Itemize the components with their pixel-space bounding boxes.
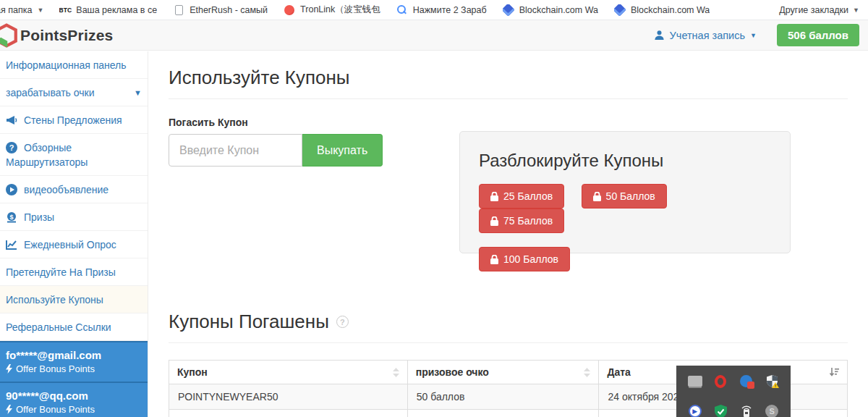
sidebar-item-prizes[interactable]: $ Призы	[0, 203, 148, 231]
bookmark-item[interactable]: EtherRush - самый	[173, 4, 268, 16]
sidebar-item-referral-links[interactable]: Реферальные Ссылки	[0, 313, 148, 341]
redeem-label: Погасить Купон	[169, 117, 848, 128]
brand-name: PointsPrizes	[20, 27, 113, 44]
blockchain-favicon	[503, 4, 514, 16]
sidebar-item-label: Маршрутизаторы	[6, 156, 88, 168]
bonus-account-card[interactable]: fo*****@gmail.com Offer Bonus Points	[0, 341, 148, 382]
sidebar-item-claim-prizes[interactable]: Претендуйте На Призы	[0, 258, 148, 286]
other-bookmarks-button[interactable]: Другие закладки ▼	[779, 5, 859, 15]
opera-icon[interactable]	[712, 374, 728, 389]
magnifier-favicon	[396, 4, 408, 16]
column-header-coupon[interactable]: Купон	[169, 361, 408, 384]
account-label: Учетная запись	[670, 30, 745, 41]
pointsprizes-hexagon-icon	[0, 23, 19, 48]
page-title: Используйте Купоны	[169, 67, 848, 99]
unlock-25-button[interactable]: 25 Баллов	[479, 184, 564, 208]
unlock-50-button[interactable]: 50 Баллов	[582, 184, 667, 208]
skype-icon[interactable]: S	[764, 403, 780, 417]
svg-text:!: !	[775, 384, 776, 388]
points-cell: 25 баллов	[407, 410, 599, 417]
question-circle-icon: ?	[6, 142, 17, 153]
lightning-icon	[6, 364, 12, 374]
antivirus-shield-icon[interactable]	[712, 403, 728, 417]
bookmarks-bar: ая папка ▼ BTC Ваша реклама в се EtherRu…	[0, 0, 868, 20]
bookmark-label: Blockchain.com Wa	[519, 5, 598, 15]
lock-icon	[490, 255, 498, 264]
column-header-points[interactable]: призовое очко	[407, 361, 599, 384]
coupon-input[interactable]	[169, 134, 302, 167]
account-note: Offer Bonus Points	[16, 363, 95, 374]
bonus-account-card[interactable]: 90*****@qq.com Offer Bonus Points	[0, 382, 148, 417]
device-icon[interactable]	[739, 403, 754, 417]
svg-text:?: ?	[9, 143, 14, 152]
bookmark-item[interactable]: Blockchain.com Wa	[614, 4, 710, 16]
defender-warning-icon[interactable]: !	[764, 374, 780, 389]
points-badge[interactable]: 506 баллов	[777, 24, 859, 46]
chevron-down-icon: ▼	[134, 88, 142, 97]
sidebar-item-label: зарабатывать очки	[6, 87, 95, 98]
redeem-button[interactable]: Выкупать	[302, 134, 383, 167]
help-icon[interactable]: ?	[336, 316, 349, 328]
sort-both-icon	[393, 368, 399, 377]
monitor-icon[interactable]	[687, 374, 703, 389]
blockchain-favicon	[614, 4, 626, 16]
tronlink-favicon	[284, 4, 295, 16]
sidebar-item-dashboard[interactable]: Информационная панель	[0, 51, 148, 79]
account-menu[interactable]: Учетная запись ▼	[654, 30, 757, 41]
bookmark-item[interactable]: Нажмите 2 Зараб	[396, 4, 487, 16]
account-email: 90*****@qq.com	[6, 389, 142, 402]
lock-icon	[490, 192, 498, 201]
other-bookmarks-label: Другие закладки	[779, 5, 848, 15]
coupon-cell: POINTYNEWYEAR50	[169, 384, 408, 410]
account-email: fo*****@gmail.com	[6, 349, 142, 361]
site-header: PointsPrizes Учетная запись ▼ 506 баллов	[0, 20, 868, 51]
bookmark-label: Ваша реклама в се	[76, 5, 157, 15]
sidebar-item-label: Претендуйте На Призы	[6, 266, 116, 278]
sidebar: Информационная панель зарабатывать очки …	[0, 51, 148, 417]
sidebar-item-daily-poll[interactable]: Ежедневный Опрос	[0, 231, 148, 258]
bookmark-label: Нажмите 2 Зараб	[413, 5, 487, 15]
sort-desc-icon	[830, 368, 839, 377]
brand-logo[interactable]: PointsPrizes	[0, 23, 113, 48]
unlock-75-button[interactable]: 75 Баллов	[479, 208, 564, 233]
sidebar-item-label: Реферальные Ссылки	[6, 321, 111, 333]
bookmark-label: ая папка	[0, 5, 32, 15]
sidebar-item-survey-routers[interactable]: ? Обзорные Маршрутизаторы	[0, 134, 148, 176]
unlock-100-button[interactable]: 100 Баллов	[479, 247, 570, 271]
app-badge-icon[interactable]	[739, 374, 754, 389]
btc-favicon: BTC	[59, 4, 71, 16]
sidebar-item-earn-points[interactable]: зарабатывать очки ▼	[0, 79, 148, 106]
account-note: Offer Bonus Points	[16, 404, 95, 415]
bookmark-folder[interactable]: ая папка ▼	[0, 5, 43, 15]
chevron-down-icon: ▼	[750, 32, 757, 39]
sidebar-item-label: Призы	[24, 211, 54, 223]
main-content: Используйте Купоны Погасить Купон Выкупа…	[149, 51, 868, 417]
history-title: Купоны Погашены	[169, 311, 329, 333]
sidebar-item-label: Информационная панель	[6, 59, 127, 71]
page-favicon	[173, 4, 184, 16]
system-tray-flyout: ! ▶ S	[676, 366, 791, 417]
lightning-icon	[6, 405, 12, 414]
sidebar-item-label: видеообъявление	[24, 184, 109, 195]
sort-both-icon	[584, 368, 590, 377]
lock-icon	[593, 192, 601, 201]
bookmark-label: Blockchain.com Wa	[631, 5, 710, 15]
user-icon	[654, 30, 665, 41]
sidebar-item-label: Обзорные	[24, 140, 72, 155]
sidebar-item-offer-walls[interactable]: Стены Предложения	[0, 106, 148, 134]
bookmark-label: TronLink（波宝钱包	[300, 4, 380, 16]
sidebar-item-label: Используйте Купоны	[6, 294, 103, 306]
lock-icon	[490, 216, 498, 226]
bookmark-item[interactable]: BTC Ваша реклама в се	[59, 4, 157, 16]
bookmark-item[interactable]: TronLink（波宝钱包	[284, 4, 380, 16]
media-player-icon[interactable]: ▶	[687, 403, 703, 417]
unlock-panel-title: Разблокируйте Купоны	[479, 151, 771, 171]
bookmark-item[interactable]: Blockchain.com Wa	[503, 4, 598, 16]
sidebar-item-use-coupons[interactable]: Используйте Купоны	[0, 286, 148, 313]
sidebar-item-video-ads[interactable]: видеообъявление	[0, 176, 148, 203]
sidebar-item-label: Ежедневный Опрос	[24, 239, 116, 250]
sidebar-item-label: Стены Предложения	[24, 114, 122, 126]
chart-icon	[6, 239, 17, 250]
chevron-down-icon: ▼	[37, 7, 43, 14]
chevron-down-icon: ▼	[853, 7, 859, 14]
